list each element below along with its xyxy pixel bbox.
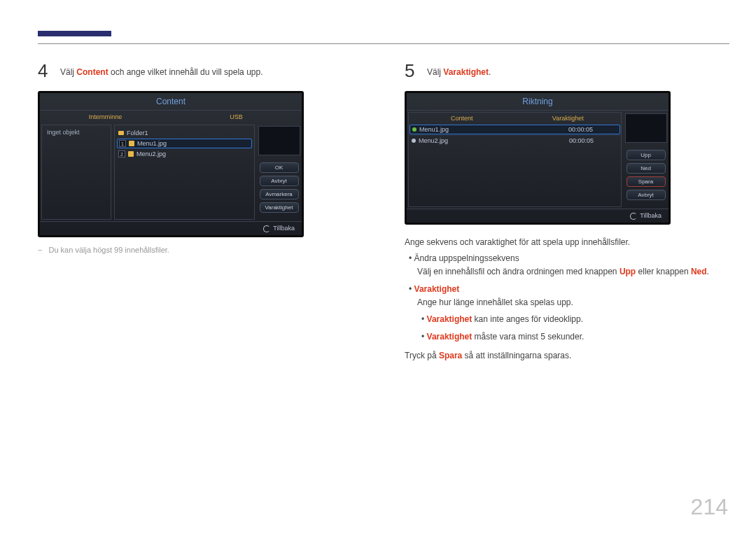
text: så att inställningarna sparas. (462, 351, 571, 360)
step-number: 5 (405, 62, 417, 80)
text: kan inte anges för videoklipp. (472, 314, 583, 324)
text: Välj (427, 67, 443, 77)
content-screen: Content Internminne USB Inget objekt Fol… (38, 91, 304, 237)
folder-icon (118, 131, 124, 135)
file-row-selected[interactable]: 1 Menu1.jpg (117, 139, 252, 148)
folder-name: Folder1 (127, 129, 148, 136)
button-column: OK Avbryt Avmarkera Varaktighet (256, 123, 302, 221)
page-number: 214 (691, 494, 728, 520)
preview-box (625, 113, 667, 143)
screen-body: Content Varaktighet Menu1.jpg 00:00:05 M… (407, 111, 668, 209)
screen-tabs: Internminne USB (40, 111, 302, 123)
screen-footer: Tillbaka (407, 209, 668, 223)
tab-usb[interactable]: USB (171, 111, 302, 123)
image-icon (128, 151, 134, 157)
status-dot-icon (412, 127, 416, 132)
save-button[interactable]: Spara (626, 176, 666, 187)
list-row-selected[interactable]: Menu1.jpg 00:00:05 (410, 125, 620, 134)
screen-title: Riktning (407, 93, 668, 111)
step-text: Välj Varaktighet. (427, 62, 491, 77)
footnote: − Du kan välja högst 99 innehållsfiler. (38, 246, 363, 254)
step-5: 5 Välj Varaktighet. (405, 62, 729, 80)
file-name: Menu2.jpg (136, 150, 166, 157)
up-button[interactable]: Upp (626, 150, 666, 160)
back-icon (630, 213, 637, 220)
image-icon (129, 141, 134, 146)
text: Ange hur länge innehållet ska spelas upp… (417, 297, 573, 307)
folder-row[interactable]: Folder1 (117, 129, 252, 137)
cancel-button[interactable]: Avbryt (260, 176, 299, 186)
step-text: Välj Content och ange vilket innehåll du… (60, 62, 262, 77)
highlight: Varaktighet (427, 332, 472, 342)
left-column: 4 Välj Content och ange vilket innehåll … (38, 62, 363, 363)
step-number: 4 (38, 62, 50, 80)
back-icon (263, 225, 270, 232)
duration-value: 00:00:05 (568, 126, 617, 133)
duration-value: 00:00:05 (569, 137, 618, 144)
text: och ange vilket innehåll du vill spela u… (108, 67, 263, 77)
tab-internal[interactable]: Internminne (40, 111, 171, 123)
duration-button[interactable]: Varaktighet (260, 202, 299, 213)
col-duration: Varaktighet (515, 113, 622, 124)
back-label[interactable]: Tillbaka (640, 212, 662, 219)
file-name: Menu1.jpg (137, 140, 167, 147)
right-column: 5 Välj Varaktighet. Riktning Content Var… (405, 62, 729, 363)
highlight: Spara (439, 351, 462, 360)
list-row[interactable]: Menu2.jpg 00:00:05 (409, 135, 621, 146)
dash: − (38, 246, 44, 254)
screen-footer: Tillbaka (40, 221, 302, 235)
screen-body: Inget objekt Folder1 1 Menu1.jpg 2 (40, 123, 302, 221)
sub-note: Varaktighet måste vara minst 5 sekunder. (430, 330, 729, 344)
header-rule (38, 43, 729, 44)
bullet-title: Varaktighet (414, 284, 460, 294)
index-badge: 2 (118, 150, 125, 157)
file-pane: Folder1 1 Menu1.jpg 2 Menu2.jpg (114, 125, 255, 220)
highlight: Upp (620, 267, 636, 276)
text: Tryck på (405, 351, 439, 360)
down-button[interactable]: Ned (626, 163, 666, 174)
direction-screen: Riktning Content Varaktighet Menu1.jpg 0… (405, 91, 671, 225)
bullet-duration: Varaktighet Ange hur länge innehållet sk… (417, 283, 729, 344)
highlight: Varaktighet (443, 67, 489, 77)
preview-box (258, 126, 300, 155)
text: . (707, 267, 709, 276)
intro-text: Ange sekvens och varaktighet för att spe… (405, 236, 729, 249)
screen-title: Content (40, 93, 302, 111)
outro-text: Tryck på Spara så att inställningarna sp… (405, 349, 729, 363)
status-dot-icon (412, 139, 416, 143)
file-row[interactable]: 2 Menu2.jpg (117, 150, 252, 158)
highlight: Content (76, 67, 108, 77)
cancel-button[interactable]: Avbryt (626, 190, 666, 200)
text: eller knappen (636, 267, 691, 276)
text: måste vara minst 5 sekunder. (472, 332, 584, 342)
text: Välj (60, 67, 76, 77)
description-block: Ange sekvens och varaktighet för att spe… (405, 236, 729, 363)
step-4: 4 Välj Content och ange vilket innehåll … (38, 62, 363, 80)
left-pane: Inget objekt (41, 125, 111, 220)
highlight: Ned (691, 267, 707, 276)
content-columns: 4 Välj Content och ange vilket innehåll … (38, 62, 729, 363)
back-label[interactable]: Tillbaka (273, 225, 295, 232)
file-name: Menu2.jpg (419, 137, 448, 144)
no-object-label: Inget objekt (44, 127, 108, 137)
file-name: Menu1.jpg (419, 126, 449, 133)
bullet-sequence: Ändra uppspelningssekvens Välj en innehå… (417, 252, 729, 279)
section-accent-bar (38, 31, 111, 36)
col-content: Content (409, 113, 515, 124)
text: . (489, 67, 491, 77)
list-header: Content Varaktighet (409, 113, 621, 124)
ok-button[interactable]: OK (260, 162, 299, 173)
unmark-button[interactable]: Avmarkera (260, 189, 299, 199)
highlight: Varaktighet (427, 314, 472, 324)
sub-note: Varaktighet kan inte anges för videoklip… (430, 313, 729, 326)
text: Välj en innehållsfil och ändra ordningen… (417, 267, 620, 276)
bullet-title: Ändra uppspelningssekvens (414, 253, 519, 263)
note-text: Du kan välja högst 99 innehållsfiler. (48, 246, 169, 254)
index-badge: 1 (119, 140, 126, 147)
list-pane: Content Varaktighet Menu1.jpg 00:00:05 M… (408, 112, 622, 207)
button-column: Upp Ned Spara Avbryt (623, 111, 668, 209)
